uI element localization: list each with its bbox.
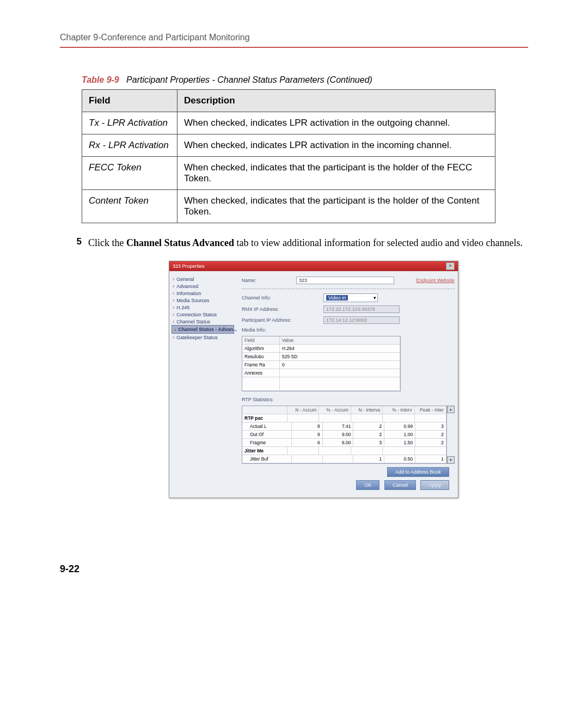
rtp-cell: 1 [353, 455, 384, 463]
rtp-th: % - Accum [319, 406, 351, 414]
table-row: Content Token When checked, indicates th… [82, 190, 495, 223]
cell-desc: When checked, indicates that the partici… [177, 190, 495, 223]
media-th-field: Field [242, 336, 280, 344]
media-info-table: Field Value AlgorithmH.264 Resolutio525 … [242, 336, 401, 391]
sidebar-item-label: Channel Status [176, 319, 210, 324]
media-cell: 0 [280, 361, 400, 369]
sidebar-item-label: Information [176, 291, 201, 296]
channel-info-select[interactable]: Video in ▾ [323, 293, 378, 302]
page-number: 9-22 [60, 563, 528, 575]
channel-info-label: Channel Info: [242, 295, 323, 301]
dialog-titlebar: 323 Properties × [169, 261, 458, 271]
table-desc: Participant Properties - Channel Status … [126, 75, 372, 84]
sidebar-item-channel-status[interactable]: ›Channel Status [171, 318, 234, 325]
rtp-cell: 2 [353, 422, 384, 430]
button-bar-1: Add to Address Book [242, 464, 455, 479]
chevron-icon: › [173, 334, 174, 340]
step-5: 5 Click the Channel Status Advanced tab … [60, 236, 528, 250]
rtp-cell: 9.00 [323, 431, 354, 438]
sidebar-item-media-sources[interactable]: ›Media Sources [171, 297, 234, 304]
dialog-title: 323 Properties [173, 263, 205, 269]
chevron-icon: › [173, 304, 174, 310]
sidebar-item-general[interactable]: ›General [171, 275, 234, 283]
rtp-cell: 0.99 [384, 422, 415, 430]
rtp-cell: 2 [353, 431, 384, 438]
media-cell: H.264 [280, 345, 400, 352]
add-to-address-book-button[interactable]: Add to Address Book [387, 467, 449, 477]
table-label: Table 9-9 [82, 75, 119, 84]
ok-button[interactable]: OK [356, 480, 379, 490]
rtp-cell: Actual L [242, 422, 292, 430]
rtp-th [242, 406, 287, 414]
rtp-stats-label: RTP Statistics: [242, 397, 296, 402]
media-cell: Frame Ra [242, 361, 280, 369]
rtp-cell: 7.41 [323, 422, 354, 430]
rtp-cell: 6.00 [323, 439, 354, 446]
dialog-main: Name: 323 Endpoint Website Channel Info:… [236, 271, 460, 498]
rtp-cell: 2 [415, 431, 446, 438]
chapter-header: Chapter 9-Conference and Participant Mon… [60, 33, 528, 42]
rmx-ip-value: 172.22.172.103:49376 [323, 305, 400, 313]
media-cell [242, 377, 280, 390]
rtp-stats-table: N - Accum % - Accum N - Interva % - Inte… [242, 406, 447, 464]
sidebar-item-label: Channel Status - Advan... [178, 327, 237, 332]
chevron-icon: › [173, 318, 174, 324]
sidebar-item-label: Connection Status [176, 312, 217, 317]
step-post: tab to view additional information for s… [234, 237, 523, 248]
chevron-icon: › [174, 327, 176, 333]
rtp-cell [323, 455, 354, 463]
close-icon[interactable]: × [446, 262, 455, 270]
rtp-th: N - Interva [351, 406, 383, 414]
dialog-sidebar: ›General ›Advanced ›Information ›Media S… [169, 271, 236, 498]
sidebar-item-advanced[interactable]: ›Advanced [171, 283, 234, 290]
table-row: Rx - LPR Activation When checked, indica… [82, 134, 495, 157]
divider [242, 289, 455, 289]
apply-button[interactable]: Apply [420, 480, 449, 490]
participant-ip-value: 172.14.12.12:6002 [323, 316, 400, 324]
media-cell: Resolutio [242, 353, 280, 360]
cell-field: FECC Token [82, 157, 177, 190]
media-cell: Annexes [242, 369, 280, 377]
rtp-th: Peak - Inter [415, 406, 446, 414]
cell-desc: When checked, indicates LPR activation i… [177, 134, 495, 157]
sidebar-item-label: Advanced [176, 284, 198, 289]
rtp-cell: 0.50 [384, 455, 415, 463]
media-cell: Algorithm [242, 345, 280, 352]
sidebar-item-channel-status-advanced[interactable]: ›Channel Status - Advan... [171, 325, 234, 334]
scroll-down-icon[interactable]: ▾ [447, 456, 455, 464]
table-row: FECC Token When checked, indicates that … [82, 157, 495, 190]
sidebar-item-label: General [176, 277, 194, 282]
media-th-value: Value [280, 336, 400, 344]
scroll-up-icon[interactable]: ▴ [447, 406, 455, 413]
rtp-cell: 9 [292, 431, 323, 438]
media-cell: 525 SD [280, 353, 400, 360]
media-cell [280, 377, 400, 390]
cell-field: Tx - LPR Activation [82, 112, 177, 134]
button-bar-2: OK Cancel Apply [242, 479, 455, 494]
rtp-cell: Out Of [242, 431, 292, 438]
media-info-label: Media Info: [242, 327, 296, 333]
sidebar-item-gatekeeper-status[interactable]: ›Gatekeeper Status [171, 334, 234, 341]
participant-ip-label: Participant IP Address: [242, 317, 323, 323]
chevron-icon: › [173, 311, 174, 317]
endpoint-website-link[interactable]: Endpoint Website [416, 278, 455, 283]
rtp-cell: 1.00 [384, 431, 415, 438]
name-input[interactable]: 323 [296, 277, 394, 284]
header-rule [60, 47, 528, 48]
rtp-cell: 8 [292, 422, 323, 430]
cancel-button[interactable]: Cancel [384, 480, 416, 490]
sidebar-item-connection-status[interactable]: ›Connection Status [171, 311, 234, 318]
chevron-icon: › [173, 283, 174, 289]
cell-desc: When checked, indicates LPR activation i… [177, 112, 495, 134]
cell-field: Content Token [82, 190, 177, 223]
name-label: Name: [242, 278, 296, 283]
chevron-down-icon: ▾ [373, 295, 376, 301]
sidebar-item-h245[interactable]: ›H.245 [171, 304, 234, 311]
properties-dialog: 323 Properties × ›General ›Advanced ›Inf… [169, 261, 458, 498]
rtp-subhead: Jitter Me [242, 447, 287, 455]
media-cell [280, 369, 400, 377]
sidebar-item-label: H.245 [176, 305, 189, 310]
chevron-icon: › [173, 276, 174, 282]
sidebar-item-information[interactable]: ›Information [171, 290, 234, 297]
rtp-cell: 6 [292, 439, 323, 446]
